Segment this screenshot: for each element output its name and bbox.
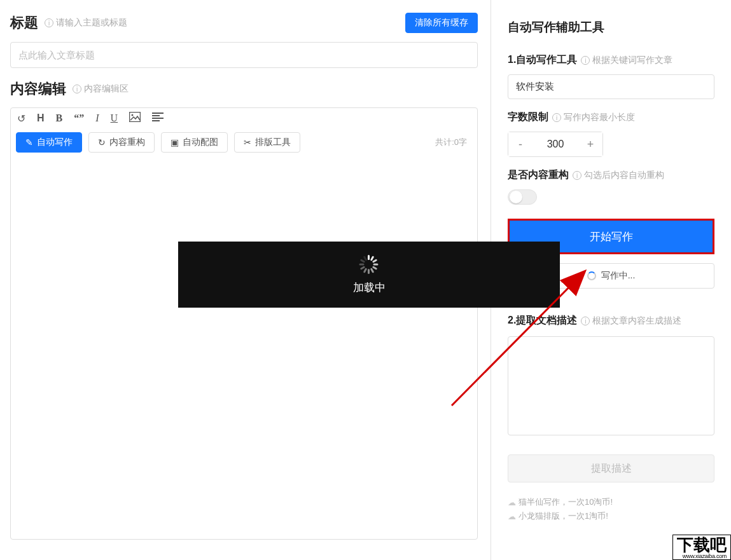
quote-icon[interactable]: “” xyxy=(74,113,84,124)
align-icon[interactable] xyxy=(152,113,164,124)
editor-container: ↺ H B “” I U ✎ 自动写作 ↻ xyxy=(10,107,478,540)
info-icon: i xyxy=(573,171,581,180)
clear-cache-button[interactable]: 清除所有缓存 xyxy=(405,13,478,33)
description-textarea[interactable] xyxy=(508,336,714,435)
restructure-toggle-label: 是否内容重构 xyxy=(508,168,569,182)
loading-overlay: 加载中 xyxy=(178,242,560,308)
loading-text: 加载中 xyxy=(353,280,386,295)
heading-icon[interactable]: H xyxy=(37,113,45,124)
format-toolbar: ↺ H B “” I U xyxy=(11,108,477,128)
section2-label: 2.提取文档描述 xyxy=(508,314,577,327)
info-icon: i xyxy=(73,85,81,93)
loading-spinner-icon xyxy=(587,271,596,280)
section1-hint: i 根据关键词写作文章 xyxy=(581,55,672,66)
cloud-icon: ☁ xyxy=(508,512,516,521)
svg-rect-0 xyxy=(130,113,141,122)
stepper-minus-button[interactable]: - xyxy=(508,132,533,156)
sidebar-title: 自动写作辅助工具 xyxy=(508,19,714,36)
svg-point-1 xyxy=(132,114,134,116)
refresh-icon: ↻ xyxy=(98,137,106,147)
italic-icon[interactable]: I xyxy=(95,113,99,124)
info-icon: i xyxy=(581,317,590,325)
section2-hint: i 根据文章内容生成描述 xyxy=(581,315,681,327)
image-icon[interactable] xyxy=(129,112,141,125)
keyword-input[interactable] xyxy=(508,74,714,99)
stepper-plus-button[interactable]: + xyxy=(578,132,602,156)
spinner-icon xyxy=(359,255,379,274)
content-hint: i 内容编辑区 xyxy=(73,83,129,95)
content-label: 内容编辑 xyxy=(10,79,66,99)
section1-label: 1.自动写作工具 xyxy=(508,53,577,67)
tools-icon: ✂ xyxy=(244,137,251,147)
footer-note-1: ☁ 猫半仙写作，一次10淘币! xyxy=(508,496,714,508)
undo-icon[interactable]: ↺ xyxy=(17,113,25,125)
image-small-icon: ▣ xyxy=(171,137,179,147)
word-limit-hint: i 写作内容最小长度 xyxy=(552,112,635,123)
info-icon: i xyxy=(552,113,561,122)
restructure-toggle[interactable] xyxy=(508,189,537,205)
watermark-logo: 下载吧 www.xiazaiba.com xyxy=(672,535,731,560)
footer-note-2: ☁ 小龙猫排版，一次1淘币! xyxy=(508,510,714,522)
word-limit-stepper[interactable]: - 300 + xyxy=(508,132,603,157)
stepper-value: 300 xyxy=(533,139,578,150)
extract-description-button[interactable]: 提取描述 xyxy=(508,454,714,482)
auto-image-button[interactable]: ▣ 自动配图 xyxy=(161,132,228,153)
title-hint: i 请输入主题或标题 xyxy=(45,17,127,29)
word-count: 共计:0字 xyxy=(435,137,472,148)
underline-icon[interactable]: U xyxy=(111,113,118,124)
article-title-input[interactable] xyxy=(10,42,478,68)
restructure-button[interactable]: ↻ 内容重构 xyxy=(88,132,155,153)
cloud-icon: ☁ xyxy=(508,498,516,507)
title-label: 标题 xyxy=(10,13,38,32)
action-toolbar: ✎ 自动写作 ↻ 内容重构 ▣ 自动配图 ✂ 排版工具 共计:0字 xyxy=(11,128,477,158)
bold-icon[interactable]: B xyxy=(56,113,63,124)
pencil-icon: ✎ xyxy=(25,137,33,147)
restructure-hint: i 勾选后内容自动重构 xyxy=(573,170,664,181)
auto-write-button[interactable]: ✎ 自动写作 xyxy=(16,132,82,153)
info-icon: i xyxy=(45,18,53,27)
info-icon: i xyxy=(581,56,590,65)
word-limit-label: 字数限制 xyxy=(508,111,548,124)
layout-tool-button[interactable]: ✂ 排版工具 xyxy=(234,132,300,153)
